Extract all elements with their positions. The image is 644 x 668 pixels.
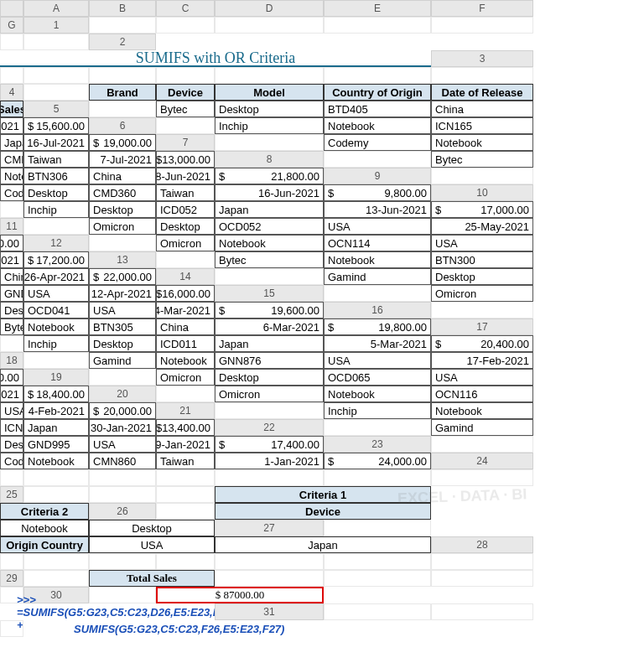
row-header-10[interactable]: 10 — [431, 184, 533, 201]
cell-country: Taiwan — [23, 151, 89, 168]
sales-value: 19,000.00 — [103, 137, 152, 149]
empty-cell — [215, 553, 324, 570]
cell-brand: Omicron — [89, 218, 156, 235]
empty-cell — [23, 67, 89, 84]
criteria-2-value-0: Desktop — [89, 520, 215, 536]
empty-cell — [324, 570, 431, 587]
row-header-24[interactable]: 24 — [431, 453, 533, 469]
empty-cell — [156, 17, 215, 34]
cell-date: 26-Apr-2021 — [23, 268, 89, 285]
cell-date: 7-Jul-2021 — [89, 151, 156, 168]
empty-cell — [23, 218, 89, 235]
corner-cell[interactable] — [0, 0, 23, 17]
empty-cell — [89, 67, 156, 84]
total-sales-header: Total Sales — [89, 570, 215, 587]
empty-cell — [0, 201, 23, 218]
column-header-B[interactable]: B — [89, 0, 156, 17]
row-header-19[interactable]: 19 — [23, 369, 89, 386]
row-header-2[interactable]: 2 — [89, 34, 156, 50]
column-header-E[interactable]: E — [324, 0, 431, 17]
sales-value: 17,200.00 — [36, 254, 85, 267]
criteria-1-header: Criteria 1 — [215, 486, 431, 503]
empty-cell — [23, 570, 89, 587]
cell-date: 30-Jan-2021 — [89, 419, 156, 436]
empty-cell — [215, 469, 324, 486]
row-header-7[interactable]: 7 — [156, 134, 215, 151]
cell-country: Japan — [215, 201, 324, 218]
cell-model: OCD052 — [215, 218, 324, 235]
sales-value: 9,800.00 — [384, 187, 427, 199]
empty-cell — [324, 285, 431, 302]
row-header-29[interactable]: 29 — [0, 570, 23, 587]
cell-date: 24-Mar-2021 — [156, 302, 215, 318]
empty-cell — [324, 469, 431, 486]
row-header-15[interactable]: 15 — [215, 285, 324, 302]
column-header-D[interactable]: D — [215, 0, 324, 17]
row-header-5[interactable]: 5 — [23, 101, 89, 117]
row-header-3[interactable]: 3 — [431, 50, 533, 67]
cell-model: BTD405 — [324, 101, 431, 117]
cell-device: Desktop — [215, 369, 324, 386]
cell-date: 16-Jul-2021 — [23, 134, 89, 151]
column-header-A[interactable]: A — [23, 0, 89, 17]
spreadsheet: ABCDEFG12SUMIFS with OR Criteria34BrandD… — [0, 0, 644, 637]
cell-brand: Codemy — [0, 184, 23, 201]
cell-country: USA — [0, 402, 23, 419]
row-header-31[interactable]: 31 — [215, 603, 324, 620]
row-header-16[interactable]: 16 — [324, 302, 431, 318]
empty-cell — [156, 386, 215, 402]
cell-model: GND995 — [23, 436, 89, 453]
row-header-11[interactable]: 11 — [0, 218, 23, 235]
cell-sales: $17,000.00 — [431, 201, 533, 218]
sales-value: 17,600.00 — [0, 237, 19, 250]
row-header-8[interactable]: 8 — [215, 151, 324, 168]
empty-cell — [156, 469, 215, 486]
sales-value: 17,000.00 — [480, 204, 529, 216]
column-header-G[interactable]: G — [0, 17, 23, 34]
column-header-C[interactable]: C — [156, 0, 215, 17]
row-header-21[interactable]: 21 — [156, 402, 215, 419]
empty-cell — [431, 168, 533, 184]
currency-symbol: $ — [156, 422, 162, 434]
row-header-14[interactable]: 14 — [156, 268, 215, 285]
row-header-22[interactable]: 22 — [215, 419, 324, 436]
empty-cell — [156, 553, 215, 570]
row-header-28[interactable]: 28 — [431, 536, 533, 553]
cell-country: China — [431, 101, 533, 117]
cell-brand: Gamind — [89, 352, 156, 369]
row-header-13[interactable]: 13 — [89, 251, 156, 268]
empty-cell — [0, 335, 23, 352]
empty-cell — [23, 553, 89, 570]
empty-cell — [215, 17, 324, 34]
row-header-9[interactable]: 9 — [324, 168, 431, 184]
formula-line-2: SUMIFS(G5:G23,C5:C23,F26,E5:E23,F27) — [23, 620, 324, 637]
empty-cell — [324, 67, 431, 84]
cell-model: OCN116 — [431, 386, 533, 402]
empty-cell — [431, 603, 533, 620]
cell-country: Taiwan — [156, 453, 215, 469]
page-title: SUMIFS with OR Criteria — [0, 50, 431, 67]
cell-model: GND967 — [0, 285, 23, 302]
row-header-26[interactable]: 26 — [89, 503, 156, 520]
cell-country: China — [89, 168, 156, 184]
cell-device: Notebook — [23, 318, 89, 335]
row-header-17[interactable]: 17 — [431, 318, 533, 335]
row-header-18[interactable]: 18 — [0, 352, 23, 369]
cell-brand: Bytec — [215, 251, 324, 268]
cell-date: 17-Feb-2021 — [431, 352, 533, 369]
row-header-20[interactable]: 20 — [89, 386, 156, 402]
sales-value: 20,000.00 — [103, 405, 152, 417]
row-header-6[interactable]: 6 — [89, 117, 156, 134]
currency-symbol: $ — [156, 153, 162, 166]
row-header-23[interactable]: 23 — [324, 436, 431, 453]
row-header-4[interactable]: 4 — [0, 84, 23, 101]
empty-cell — [89, 486, 156, 503]
cell-device: Notebook — [23, 453, 89, 469]
row-header-12[interactable]: 12 — [23, 235, 89, 251]
cell-date: 13-Jun-2021 — [324, 201, 431, 218]
cell-model: BTN306 — [23, 168, 89, 184]
row-header-1[interactable]: 1 — [23, 17, 89, 34]
row-header-25[interactable]: 25 — [0, 486, 23, 503]
row-header-27[interactable]: 27 — [215, 520, 324, 536]
column-header-F[interactable]: F — [431, 0, 533, 17]
